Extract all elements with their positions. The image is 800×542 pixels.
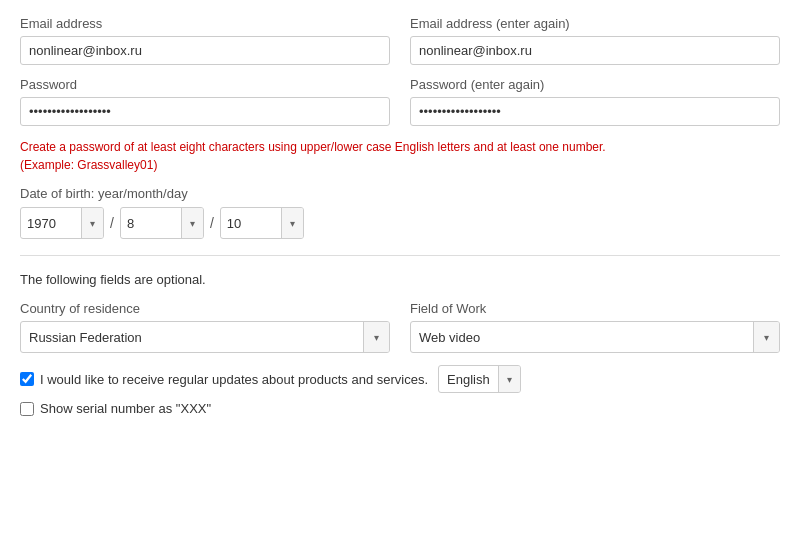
field-of-work-dropdown-arrow[interactable] <box>753 322 779 352</box>
dob-separator-2: / <box>208 215 216 231</box>
dob-year-wrapper[interactable] <box>20 207 104 239</box>
dob-label: Date of birth: year/month/day <box>20 186 780 201</box>
dob-day-wrapper[interactable] <box>220 207 304 239</box>
serial-label: Show serial number as "XXX" <box>40 401 211 416</box>
email-row: Email address Email address (enter again… <box>20 16 780 65</box>
country-dropdown-arrow[interactable] <box>363 322 389 352</box>
country-select-wrapper[interactable]: Russian Federation <box>20 321 390 353</box>
password-row: Password Password (enter again) <box>20 77 780 126</box>
email-confirm-input[interactable] <box>410 36 780 65</box>
dob-year-input[interactable] <box>21 210 81 237</box>
password-label: Password <box>20 77 390 92</box>
dob-day-input[interactable] <box>221 210 281 237</box>
language-select-wrapper[interactable]: English <box>438 365 521 393</box>
password-group: Password <box>20 77 390 126</box>
language-value: English <box>439 368 498 391</box>
field-of-work-select-wrapper[interactable]: Web video <box>410 321 780 353</box>
email-input[interactable] <box>20 36 390 65</box>
dob-year-dropdown-arrow[interactable] <box>81 208 103 238</box>
field-of-work-label: Field of Work <box>410 301 780 316</box>
password-hint: Create a password of at least eight char… <box>20 138 780 174</box>
field-of-work-value: Web video <box>411 324 753 351</box>
password-confirm-group: Password (enter again) <box>410 77 780 126</box>
dob-section: Date of birth: year/month/day / / <box>20 186 780 239</box>
password-confirm-input[interactable] <box>410 97 780 126</box>
dob-day-dropdown-arrow[interactable] <box>281 208 303 238</box>
field-of-work-group: Field of Work Web video <box>410 301 780 353</box>
email-confirm-label: Email address (enter again) <box>410 16 780 31</box>
serial-checkbox[interactable] <box>20 402 34 416</box>
language-dropdown-arrow[interactable] <box>498 366 520 392</box>
email-label: Email address <box>20 16 390 31</box>
serial-checkbox-row: Show serial number as "XXX" <box>20 401 780 416</box>
email-confirm-group: Email address (enter again) <box>410 16 780 65</box>
dob-separator-1: / <box>108 215 116 231</box>
updates-label: I would like to receive regular updates … <box>40 372 428 387</box>
email-group: Email address <box>20 16 390 65</box>
dob-month-wrapper[interactable] <box>120 207 204 239</box>
optional-row: Country of residence Russian Federation … <box>20 301 780 353</box>
dob-month-dropdown-arrow[interactable] <box>181 208 203 238</box>
password-hint-line2: (Example: Grassvalley01) <box>20 158 157 172</box>
country-group: Country of residence Russian Federation <box>20 301 390 353</box>
section-divider <box>20 255 780 256</box>
dob-fields: / / <box>20 207 780 239</box>
updates-checkbox-row: I would like to receive regular updates … <box>20 365 780 393</box>
dob-month-input[interactable] <box>121 210 181 237</box>
password-hint-line1: Create a password of at least eight char… <box>20 140 606 154</box>
country-label: Country of residence <box>20 301 390 316</box>
password-confirm-label: Password (enter again) <box>410 77 780 92</box>
country-value: Russian Federation <box>21 324 363 351</box>
optional-note: The following fields are optional. <box>20 272 780 287</box>
updates-checkbox[interactable] <box>20 372 34 386</box>
password-input[interactable] <box>20 97 390 126</box>
